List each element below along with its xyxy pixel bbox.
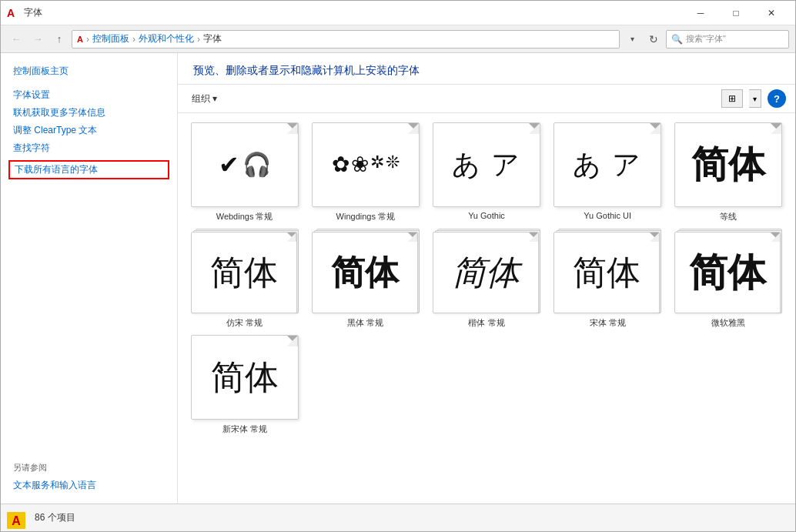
font-item-dengxian[interactable]: 简体 等线: [671, 122, 786, 223]
back-button[interactable]: ←: [7, 30, 25, 49]
status-count: 86 个项目: [35, 511, 75, 524]
font-label-new-songti: 新宋体 常规: [222, 423, 267, 435]
font-grid: ✔🎧 Webdings 常规 ✿❀✲❊ Wingdings 常规: [178, 113, 795, 504]
toolbar: 组织 ▾ ⊞ ▾ ?: [178, 85, 795, 113]
window-title: 字体: [24, 6, 683, 19]
refresh-button[interactable]: ↻: [644, 30, 663, 49]
maximize-button[interactable]: □: [718, 1, 754, 25]
font-card-wingdings: ✿❀✲❊: [312, 122, 420, 207]
forward-button[interactable]: →: [28, 30, 47, 49]
font-card-new-songti: 简体: [191, 335, 299, 420]
breadcrumb-icon: A: [77, 35, 83, 44]
font-label-songti: 宋体 常规: [590, 317, 626, 329]
breadcrumb-control-panel[interactable]: 控制面板: [92, 32, 129, 45]
window-icon: A: [7, 7, 19, 19]
view-button[interactable]: ⊞: [721, 89, 743, 108]
sidebar-item-text-services[interactable]: 文本服务和输入语言: [1, 477, 177, 494]
font-preview-webdings: ✔🎧: [219, 152, 271, 177]
sidebar-item-get-more-fonts[interactable]: 联机获取更多字体信息: [1, 104, 177, 122]
breadcrumb-appearance[interactable]: 外观和个性化: [139, 32, 194, 45]
font-item-songti[interactable]: 简体 宋体 常规: [550, 229, 665, 329]
page-title: 预览、删除或者显示和隐藏计算机上安装的字体: [193, 64, 780, 78]
sidebar-item-find-char[interactable]: 查找字符: [1, 139, 177, 157]
sidebar: 控制面板主页 字体设置 联机获取更多字体信息 调整 ClearType 文本 查…: [1, 53, 178, 504]
status-bar: A 86 个项目: [1, 504, 795, 531]
font-card-dengxian: 简体: [674, 122, 782, 207]
font-item-webdings[interactable]: ✔🎧 Webdings 常规: [187, 122, 302, 223]
up-button[interactable]: ↑: [50, 30, 69, 49]
font-preview-yu-gothic-ui: あ ア: [573, 151, 642, 179]
sidebar-item-font-settings[interactable]: 字体设置: [1, 86, 177, 104]
font-label-yu-gothic: Yu Gothic: [468, 211, 505, 220]
font-preview-dengxian: 简体: [691, 146, 765, 183]
font-label-kaiti: 楷体 常规: [468, 317, 504, 329]
main-panel: 预览、删除或者显示和隐藏计算机上安装的字体 组织 ▾ ⊞ ▾ ? ✔🎧: [178, 53, 795, 504]
font-card-stack-fangsung: 简体: [191, 229, 299, 313]
font-preview-yu-gothic: あ ア: [452, 151, 521, 179]
svg-text:A: A: [12, 514, 21, 527]
close-button[interactable]: ✕: [754, 1, 789, 25]
title-bar-controls: ─ □ ✕: [683, 1, 789, 25]
search-box[interactable]: 🔍 搜索"字体": [666, 30, 789, 49]
minimize-button[interactable]: ─: [683, 1, 718, 25]
font-label-webdings: Webdings 常规: [216, 211, 273, 223]
font-item-yahei[interactable]: 简体 微软雅黑: [671, 229, 786, 329]
breadcrumb: A › 控制面板 › 外观和个性化 › 字体: [72, 30, 620, 49]
title-bar: A 字体 ─ □ ✕: [1, 1, 795, 25]
organize-arrow: ▾: [212, 93, 217, 104]
font-label-wingdings: Wingdings 常规: [336, 211, 395, 223]
font-card-webdings: ✔🎧: [191, 122, 299, 207]
font-label-dengxian: 等线: [720, 211, 737, 223]
breadcrumb-fonts: 字体: [203, 32, 222, 45]
view-dropdown[interactable]: ▾: [749, 89, 761, 108]
font-card-yu-gothic: あ ア: [433, 122, 540, 207]
sidebar-item-cleartype[interactable]: 调整 ClearType 文本: [1, 122, 177, 139]
font-preview-wingdings: ✿❀✲❊: [329, 151, 403, 179]
card-front: 简体: [191, 232, 297, 313]
font-item-heiti[interactable]: 简体 黑体 常规: [308, 229, 423, 329]
font-item-fangsung[interactable]: 简体 仿宋 常规: [187, 229, 302, 329]
font-card-yu-gothic-ui: あ ア: [554, 122, 661, 207]
dropdown-button[interactable]: ▾: [623, 30, 641, 49]
sidebar-also-see-label: 另请参阅: [1, 453, 177, 477]
font-label-yu-gothic-ui: Yu Gothic UI: [584, 211, 631, 220]
search-icon: 🔍: [671, 34, 683, 45]
address-bar: ← → ↑ A › 控制面板 › 外观和个性化 › 字体 ▾ ↻ 🔍 搜索"字体…: [1, 25, 795, 53]
font-item-new-songti[interactable]: 简体 新宋体 常规: [187, 335, 302, 435]
status-icon: A: [7, 507, 28, 529]
search-placeholder: 搜索"字体": [686, 33, 726, 45]
window: A 字体 ─ □ ✕ ← → ↑ A › 控制面板 › 外观和个性化 › 字体 …: [0, 0, 796, 532]
font-item-wingdings[interactable]: ✿❀✲❊ Wingdings 常规: [308, 122, 423, 223]
help-button[interactable]: ?: [768, 89, 786, 108]
content-area: 控制面板主页 字体设置 联机获取更多字体信息 调整 ClearType 文本 查…: [1, 53, 795, 504]
font-card-stack-heiti: 简体: [312, 229, 420, 313]
font-preview-new-songti: 简体: [211, 360, 279, 394]
font-item-yu-gothic-ui[interactable]: あ ア Yu Gothic UI: [550, 122, 665, 223]
font-label-yahei: 微软雅黑: [711, 317, 745, 329]
font-card-stack-kaiti: 简体: [433, 229, 540, 313]
main-header: 预览、删除或者显示和隐藏计算机上安装的字体: [178, 53, 795, 85]
font-item-kaiti[interactable]: 简体 楷体 常规: [429, 229, 543, 329]
font-card-stack-songti: 简体: [554, 229, 661, 313]
sidebar-item-download-fonts[interactable]: 下载所有语言的字体: [8, 160, 169, 179]
font-item-yu-gothic[interactable]: あ ア Yu Gothic: [429, 122, 543, 223]
organize-button[interactable]: 组织 ▾: [187, 90, 222, 108]
font-label-heiti: 黑体 常规: [347, 317, 383, 329]
organize-label: 组织: [192, 92, 210, 105]
font-label-fangsung: 仿宋 常规: [226, 317, 263, 329]
sidebar-item-home[interactable]: 控制面板主页: [1, 62, 177, 80]
font-card-stack-yahei: 简体: [674, 229, 782, 313]
